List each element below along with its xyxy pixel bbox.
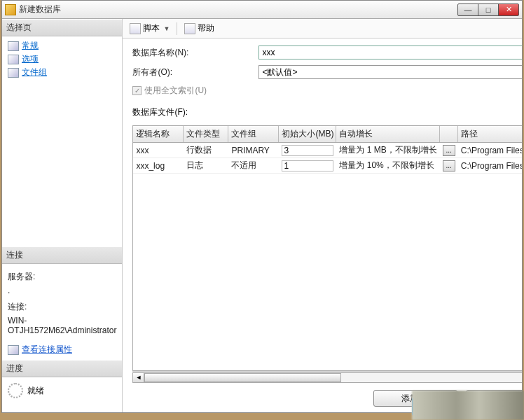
col-blank xyxy=(440,126,458,142)
progress-body: 就绪 xyxy=(2,377,122,412)
dbname-label: 数据库名称(N): xyxy=(132,47,258,59)
fulltext-checkbox: ✓ xyxy=(132,86,142,95)
select-page-header: 选择页 xyxy=(2,19,122,36)
page-icon xyxy=(8,68,19,78)
table-row[interactable]: xxx 行数据 PRIMARY 增量为 1 MB，不限制增长 ... C:\Pr… xyxy=(133,143,522,158)
col-filegroup[interactable]: 文件组 xyxy=(228,126,279,142)
toolbar: 脚本▼ 帮助 xyxy=(123,19,522,38)
fulltext-label: 使用全文索引(U) xyxy=(144,85,207,97)
dialog-window: 新建数据库 — □ ✕ 选择页 常规 选项 文件组 连接 服务器: . 连接: … xyxy=(1,0,523,413)
minimize-button[interactable]: — xyxy=(457,4,478,16)
connection-header: 连接 xyxy=(2,246,122,264)
select-page-list: 常规 选项 文件组 xyxy=(2,36,122,246)
files-label: 数据库文件(F): xyxy=(132,106,522,118)
col-initial-size[interactable]: 初始大小(MB) xyxy=(279,126,336,142)
view-connection-props-link[interactable]: 查看连接属性 xyxy=(22,344,72,356)
growth-browse-button[interactable]: ... xyxy=(443,160,455,172)
database-icon xyxy=(5,4,16,15)
titlebar[interactable]: 新建数据库 — □ ✕ xyxy=(2,1,522,19)
grid-body: xxx 行数据 PRIMARY 增量为 1 MB，不限制增长 ... C:\Pr… xyxy=(133,143,522,370)
form-area: 数据库名称(N): 所有者(O): ... ✓ 使用全文索引(U) 数据库文件(… xyxy=(123,38,522,125)
script-button[interactable]: 脚本▼ xyxy=(127,21,172,36)
size-cell[interactable] xyxy=(282,160,333,172)
page-options[interactable]: 选项 xyxy=(5,52,119,66)
connection-body: 服务器: . 连接: WIN-OTJH1572M62\Administrator… xyxy=(2,264,122,360)
page-general[interactable]: 常规 xyxy=(5,39,119,52)
scroll-thumb[interactable] xyxy=(144,373,341,382)
growth-browse-button[interactable]: ... xyxy=(443,145,455,156)
page-icon xyxy=(8,41,19,51)
page-icon xyxy=(8,55,19,64)
col-file-type[interactable]: 文件类型 xyxy=(184,126,228,142)
horizontal-scrollbar[interactable]: ◄ ► xyxy=(132,371,522,383)
owner-input[interactable] xyxy=(258,65,522,79)
server-label: 服务器: xyxy=(5,270,119,284)
window-title: 新建数据库 xyxy=(19,4,458,15)
grid-header: 逻辑名称 文件类型 文件组 初始大小(MB) 自动增长 路径 xyxy=(133,126,522,143)
scroll-left-button[interactable]: ◄ xyxy=(132,372,144,383)
progress-status: 就绪 xyxy=(27,385,44,397)
help-icon xyxy=(184,23,195,34)
page-filegroups[interactable]: 文件组 xyxy=(5,66,119,79)
separator xyxy=(177,22,177,35)
left-panel: 选择页 常规 选项 文件组 连接 服务器: . 连接: WIN-OTJH1572… xyxy=(2,19,123,412)
col-path[interactable]: 路径 xyxy=(458,126,522,142)
help-button[interactable]: 帮助 xyxy=(181,21,217,36)
server-value: . xyxy=(5,284,119,297)
right-panel: 脚本▼ 帮助 数据库名称(N): 所有者(O): ... ✓ 使用全文索引(U) xyxy=(123,19,522,412)
conn-label: 连接: xyxy=(5,300,119,314)
conn-value: WIN-OTJH1572M62\Administrator xyxy=(5,314,119,337)
files-grid: 逻辑名称 文件类型 文件组 初始大小(MB) 自动增长 路径 xxx 行数据 P… xyxy=(132,125,522,371)
size-cell[interactable] xyxy=(282,145,333,156)
maximize-button[interactable]: □ xyxy=(478,4,499,16)
progress-header: 进度 xyxy=(2,360,122,377)
col-autogrowth[interactable]: 自动增长 xyxy=(336,126,439,142)
table-row[interactable]: xxx_log 日志 不适用 增量为 10%，不限制增长 ... C:\Prog… xyxy=(133,158,522,174)
spinner-icon xyxy=(8,383,23,398)
script-icon xyxy=(130,23,141,34)
close-button[interactable]: ✕ xyxy=(498,4,519,16)
owner-label: 所有者(O): xyxy=(132,66,258,78)
properties-icon xyxy=(8,345,19,355)
chevron-down-icon: ▼ xyxy=(163,25,170,32)
dbname-input[interactable] xyxy=(258,46,522,59)
col-logical-name[interactable]: 逻辑名称 xyxy=(133,126,184,142)
obscured-area xyxy=(412,391,524,420)
scroll-track[interactable] xyxy=(144,372,522,383)
